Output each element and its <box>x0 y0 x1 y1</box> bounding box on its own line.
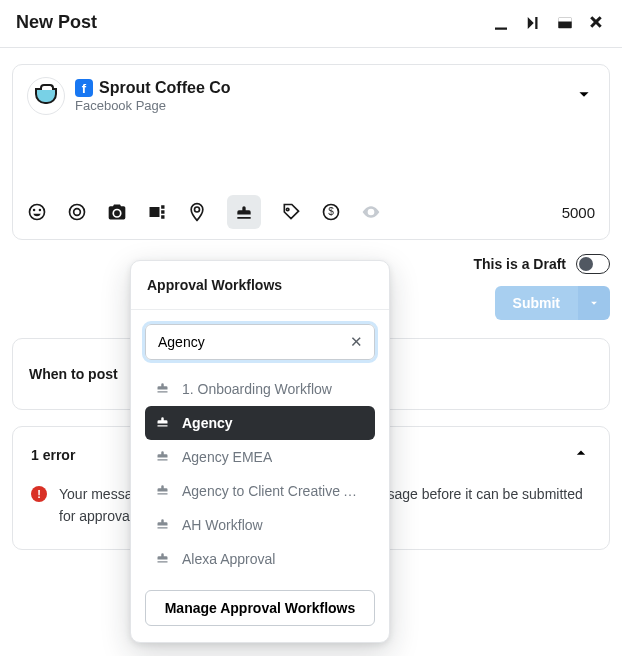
when-label: When to post <box>29 366 118 382</box>
errors-title: 1 error <box>31 447 75 463</box>
workflow-item[interactable]: Agency EMEA <box>145 440 375 474</box>
account-avatar <box>27 77 65 115</box>
stamp-icon <box>155 516 170 534</box>
submit-button[interactable]: Submit <box>495 286 578 320</box>
chevron-up-icon[interactable] <box>571 443 591 466</box>
clear-search-icon[interactable]: ✕ <box>347 333 365 351</box>
tag-icon[interactable] <box>281 202 301 222</box>
stamp-icon <box>155 550 170 568</box>
workflow-item[interactable]: Agency to Client Creative Ap… <box>145 474 375 508</box>
stamp-icon <box>155 380 170 398</box>
monetize-icon[interactable] <box>321 202 341 222</box>
workflow-item-label: AH Workflow <box>182 517 263 533</box>
workflow-search-input[interactable] <box>145 324 375 360</box>
location-pin-icon[interactable] <box>187 202 207 222</box>
char-count: 5000 <box>562 204 595 221</box>
chevron-down-icon[interactable] <box>573 83 595 109</box>
stamp-icon <box>155 482 170 500</box>
emoji-icon[interactable] <box>27 202 47 222</box>
maximize-icon[interactable] <box>556 14 574 32</box>
stamp-icon <box>155 414 170 432</box>
collapse-icon[interactable] <box>524 14 542 32</box>
stamp-icon <box>155 448 170 466</box>
minimize-icon[interactable] <box>492 14 510 32</box>
close-icon[interactable] <box>588 14 606 32</box>
layers-icon[interactable] <box>147 202 167 222</box>
account-selector[interactable]: f Sprout Coffee Co Facebook Page <box>27 77 595 115</box>
facebook-icon: f <box>75 79 93 97</box>
approval-workflows-popover: Approval Workflows ✕ 1. Onboarding Workf… <box>130 260 390 643</box>
workflow-item-label: 1. Onboarding Workflow <box>182 381 332 397</box>
composer-toolbar: 5000 <box>27 189 595 229</box>
workflow-item[interactable]: Agency <box>145 406 375 440</box>
error-icon: ! <box>31 486 47 502</box>
window-title: New Post <box>16 12 97 33</box>
composer-card: f Sprout Coffee Co Facebook Page 5000 <box>12 64 610 240</box>
window-header: New Post <box>0 0 622 48</box>
account-text: f Sprout Coffee Co Facebook Page <box>75 79 563 113</box>
target-icon[interactable] <box>67 202 87 222</box>
workflow-item-label: Agency EMEA <box>182 449 272 465</box>
workflow-item[interactable]: 1. Onboarding Workflow <box>145 372 375 406</box>
workflow-list: 1. Onboarding WorkflowAgencyAgency EMEAA… <box>131 370 389 590</box>
coffee-cup-icon <box>35 88 57 104</box>
workflow-item-label: Alexa Approval <box>182 551 275 567</box>
window-actions <box>492 14 606 32</box>
workflow-item[interactable]: AH Workflow <box>145 508 375 542</box>
camera-icon[interactable] <box>107 202 127 222</box>
compose-textarea[interactable] <box>27 115 595 189</box>
draft-label: This is a Draft <box>473 256 566 272</box>
workflow-item-label: Agency to Client Creative Ap… <box>182 483 365 499</box>
account-type: Facebook Page <box>75 98 563 113</box>
preview-eye-icon[interactable] <box>361 202 381 222</box>
draft-toggle[interactable] <box>576 254 610 274</box>
approval-stamp-icon[interactable] <box>227 195 261 229</box>
popover-title: Approval Workflows <box>131 261 389 310</box>
submit-dropdown[interactable] <box>578 286 610 320</box>
workflow-item-label: Agency <box>182 415 233 431</box>
manage-workflows-button[interactable]: Manage Approval Workflows <box>145 590 375 626</box>
account-name: Sprout Coffee Co <box>99 79 231 97</box>
workflow-item[interactable]: Alexa Approval <box>145 542 375 576</box>
